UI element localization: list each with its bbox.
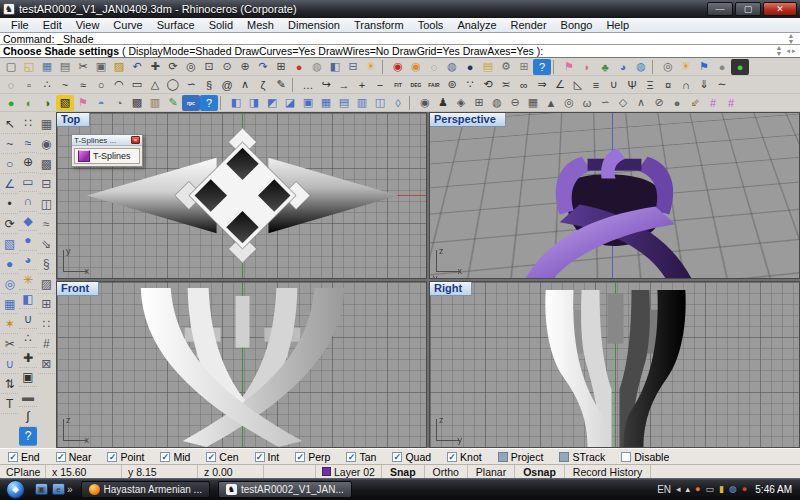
pipe-icon[interactable]: ◊ — [389, 95, 407, 111]
boolean-difference-icon[interactable]: ▤ — [335, 95, 353, 111]
handlebar-editor-icon[interactable]: ≈ — [19, 134, 36, 154]
platform-icon[interactable]: ▬ — [19, 387, 36, 407]
extrude-straight-icon[interactable]: ◧ — [227, 95, 245, 111]
freeform-icon[interactable]: ∽ — [182, 77, 200, 93]
ellipse-icon[interactable]: ◯ — [164, 77, 182, 93]
penguin-icon[interactable]: ◕ — [614, 59, 632, 75]
taskbar-firefox-button[interactable]: Hayastan Armenian ... — [81, 481, 210, 498]
extrude-to-point-icon[interactable]: ◪ — [281, 95, 299, 111]
sphere-2-icon[interactable]: ● — [19, 231, 36, 251]
points-on-icon[interactable]: ∵ — [461, 77, 479, 93]
trim-icon[interactable]: ✂ — [1, 334, 18, 354]
show-desktop-icon[interactable]: ▣ — [35, 483, 48, 495]
zoom-selected-icon[interactable]: ⊙ — [218, 59, 236, 75]
sphere-dark-icon[interactable]: ● — [461, 59, 479, 75]
change-degree-icon[interactable]: DEG — [407, 77, 425, 93]
text-tool-icon[interactable]: T — [1, 394, 18, 414]
curve-dots-icon[interactable]: … — [299, 77, 317, 93]
mesh-box-icon[interactable]: ⊞ — [470, 95, 488, 111]
spiral-icon[interactable]: @ — [218, 77, 236, 93]
surface-corner-icon[interactable]: ◆ — [19, 212, 36, 232]
checkbox-end[interactable]: ✓ — [8, 452, 18, 462]
menu-help[interactable]: Help — [599, 19, 636, 31]
close-button[interactable]: ✕ — [763, 2, 797, 16]
taskbar-clock[interactable]: 5:46 AM — [755, 484, 792, 495]
checkbox-disable[interactable] — [621, 452, 631, 462]
help-icon[interactable]: ? — [533, 59, 551, 75]
minimize-button[interactable]: — — [707, 2, 733, 16]
menu-curve[interactable]: Curve — [106, 19, 149, 31]
osnap-quad[interactable]: ✓Quad — [392, 451, 431, 463]
bend-icon[interactable]: → — [335, 77, 353, 93]
arc-icon[interactable]: ◠ — [110, 77, 128, 93]
mesh-ellipsoid-icon[interactable]: ⊖ — [506, 95, 524, 111]
capsule-icon[interactable]: ◗ — [578, 59, 596, 75]
flamingo-icon[interactable]: ⚑ — [560, 59, 578, 75]
status-planar[interactable]: Planar — [468, 465, 515, 479]
viewport-top[interactable]: Top — [56, 112, 427, 279]
arrow-curve-icon[interactable]: ↪ — [317, 77, 335, 93]
menu-mesh[interactable]: Mesh — [240, 19, 281, 31]
pan-icon[interactable]: ✚ — [146, 59, 164, 75]
fair-curve-icon[interactable]: FAIR — [425, 77, 443, 93]
osnap-perp[interactable]: ✓Perp — [295, 451, 330, 463]
render-ball-icon[interactable]: ● — [2, 95, 20, 111]
tray-network-icon[interactable]: ◍ — [729, 484, 737, 494]
render-preview-icon[interactable]: ◍ — [308, 59, 326, 75]
extrude-taper-icon[interactable]: ◨ — [245, 95, 263, 111]
palette-help-icon[interactable]: ? — [19, 427, 36, 447]
menu-view[interactable]: View — [69, 19, 107, 31]
start-button[interactable]: ◆ — [6, 480, 25, 499]
penguin-render-icon[interactable]: ◓ — [92, 95, 110, 111]
copy-tool-icon[interactable]: ▣ — [19, 368, 36, 388]
hazard-icon[interactable]: ▧ — [56, 95, 74, 111]
solid-box-icon[interactable]: ▧ — [1, 234, 18, 254]
mesh-torus-icon[interactable]: ◎ — [560, 95, 578, 111]
sphere-wire-icon[interactable]: ◌ — [425, 59, 443, 75]
menu-file[interactable]: File — [4, 19, 36, 31]
viewport-top-label[interactable]: Top — [57, 113, 90, 127]
mesh-sphere-icon[interactable]: ◉ — [416, 95, 434, 111]
smooth-icon[interactable]: ∼ — [713, 77, 731, 93]
render-help-icon[interactable]: ? — [200, 95, 218, 111]
tray-tray-app-icon[interactable]: ▴ — [686, 484, 691, 494]
tsplines-button[interactable]: T-Splines — [74, 148, 140, 164]
cap-planar-icon[interactable]: ▣ — [299, 95, 317, 111]
mesh-globe-icon[interactable]: ◍ — [488, 95, 506, 111]
browser-icon[interactable]: e — [52, 483, 65, 495]
osnap-cen[interactable]: ✓Cen — [206, 451, 238, 463]
swan-curve-icon[interactable]: ∫ — [19, 407, 36, 427]
menu-solid[interactable]: Solid — [202, 19, 240, 31]
checkbox-int[interactable]: ✓ — [255, 452, 265, 462]
rebuild-icon[interactable]: ⟲ — [479, 77, 497, 93]
tray-display-icon[interactable]: ▭ — [706, 484, 715, 494]
helix-icon[interactable]: § — [200, 77, 218, 93]
osnap-knot[interactable]: ✓Knot — [447, 451, 482, 463]
osnap-near[interactable]: ✓Near — [56, 451, 92, 463]
mesh-cat-icon[interactable]: ω — [578, 95, 596, 111]
flag-icon[interactable]: ⚑ — [695, 59, 713, 75]
menu-analyze[interactable]: Analyze — [450, 19, 503, 31]
environment-box-icon[interactable]: ▥ — [146, 95, 164, 111]
zoom-window-icon[interactable]: ⊡ — [200, 59, 218, 75]
cp-curve-icon[interactable]: ~ — [1, 134, 18, 154]
osnap-point[interactable]: ✓Point — [107, 451, 144, 463]
tray-battery-icon[interactable]: ▮ — [719, 484, 724, 494]
select-lasso-icon[interactable]: ◌ — [2, 77, 20, 93]
viewport-right[interactable]: Right — [429, 281, 800, 448]
checkbox-project[interactable] — [498, 452, 508, 462]
select-brush-icon[interactable]: ▫ — [20, 77, 38, 93]
checkbox-point[interactable]: ✓ — [107, 452, 117, 462]
cross-section-icon[interactable]: Ξ — [641, 77, 659, 93]
osnap-end[interactable]: ✓End — [8, 451, 40, 463]
tray-language-indicator[interactable]: EN — [657, 484, 671, 495]
ribbon-icon[interactable]: ∽ — [596, 95, 614, 111]
open-file-icon[interactable]: ◱ — [20, 59, 38, 75]
osnap-disable[interactable]: Disable — [621, 451, 669, 463]
hatch-1-icon[interactable]: # — [704, 95, 722, 111]
menu-edit[interactable]: Edit — [36, 19, 69, 31]
arc-tool-icon[interactable]: ∩ — [19, 192, 36, 212]
control-point-curve-icon[interactable]: ~ — [56, 77, 74, 93]
tray-security-alert-icon[interactable]: ● — [742, 484, 747, 494]
panels-icon[interactable]: ◫ — [38, 194, 55, 214]
